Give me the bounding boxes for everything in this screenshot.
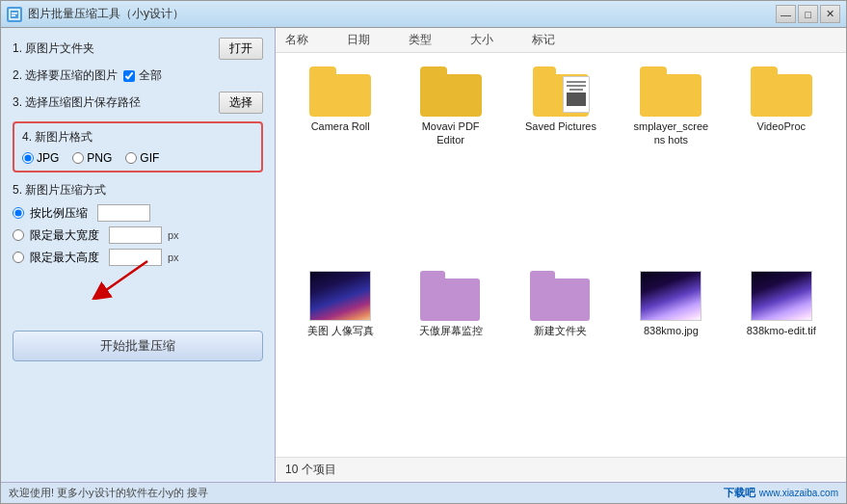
title-bar: 图片批量压缩工具（小y设计） — □ ✕ [1, 1, 846, 28]
list-item[interactable]: Movavi PDF Editor [395, 63, 505, 257]
file-column-headers: 名称 日期 类型 大小 标记 [276, 28, 846, 53]
col-tag: 标记 [532, 32, 555, 48]
maximize-button[interactable]: □ [798, 5, 818, 23]
list-item[interactable]: 新建文件夹 [506, 267, 616, 447]
col-name: 名称 [285, 32, 308, 48]
svg-rect-2 [12, 14, 15, 16]
format-radio-group: JPG PNG GIF [22, 151, 253, 165]
step2-row: 2. 选择要压缩的图片 全部 [13, 67, 263, 84]
select-all-checkbox[interactable] [123, 70, 135, 82]
format-gif-option[interactable]: GIF [125, 151, 159, 165]
compress-option1-row: 按比例压缩 [13, 204, 263, 222]
col-size: 大小 [470, 32, 493, 48]
file-name: 新建文件夹 [534, 324, 587, 337]
format-jpg-label: JPG [37, 151, 59, 165]
format-section: 4. 新图片格式 JPG PNG GIF [13, 121, 263, 172]
item-count: 10 个项目 [285, 463, 336, 476]
folder-icon [309, 66, 371, 117]
start-compress-button[interactable]: 开始批量压缩 [13, 331, 263, 361]
svg-rect-0 [10, 10, 19, 19]
format-gif-label: GIF [140, 151, 159, 165]
list-item[interactable]: smplayer_screens hots [616, 63, 726, 257]
watermark-label: 下载吧 [724, 486, 755, 500]
select-all-label: 全部 [139, 67, 162, 84]
minimize-button[interactable]: — [776, 5, 796, 23]
format-jpg-radio[interactable] [22, 152, 34, 164]
list-item[interactable]: 838kmo.jpg [616, 267, 726, 447]
list-item[interactable]: 838kmo-edit.tif [727, 267, 836, 447]
watermark-url: www.xiazaiba.com [759, 488, 838, 498]
step2-label: 2. 选择要压缩的图片 [13, 67, 118, 84]
col-date: 日期 [347, 32, 370, 48]
step1-row: 1. 原图片文件夹 打开 [13, 38, 263, 60]
compress-width-radio[interactable] [13, 229, 24, 241]
list-item[interactable]: 天傲屏幕监控 [395, 267, 505, 447]
format-png-option[interactable]: PNG [72, 151, 112, 165]
list-item[interactable]: VideoProc [727, 63, 836, 257]
file-name: 天傲屏幕监控 [419, 324, 483, 337]
folder-special-icon [530, 66, 592, 117]
folder-icon [751, 66, 812, 117]
window-controls: — □ ✕ [776, 5, 840, 23]
file-name: Camera Roll [311, 119, 370, 133]
compress-ratio-label: 按比例压缩 [30, 205, 88, 222]
step3-row: 3. 选择压缩图片保存路径 选择 [13, 92, 263, 114]
file-name: 美图 人像写真 [307, 324, 374, 337]
compress-ratio-radio[interactable] [13, 207, 24, 219]
format-png-label: PNG [87, 151, 112, 165]
compress-width-unit: px [168, 229, 179, 241]
folder-icon [420, 271, 482, 321]
left-panel: 1. 原图片文件夹 打开 2. 选择要压缩的图片 全部 3. 选择压缩图片保存路… [1, 28, 276, 482]
step5-label: 5. 新图片压缩方式 [13, 182, 263, 199]
format-gif-radio[interactable] [125, 152, 137, 164]
main-window: 图片批量压缩工具（小y设计） — □ ✕ 1. 原图片文件夹 打开 2. 选择要… [0, 0, 847, 504]
compress-width-label: 限定最大宽度 [30, 227, 99, 244]
close-button[interactable]: ✕ [820, 5, 840, 23]
status-bar: 欢迎使用! 更多小y设计的软件在小y的 搜寻 下载吧 www.xiazaiba.… [1, 482, 846, 503]
list-item[interactable]: 美图 人像写真 [285, 267, 395, 447]
svg-line-4 [99, 261, 147, 295]
folder-icon [640, 66, 701, 117]
step3-label: 3. 选择压缩图片保存路径 [13, 94, 219, 111]
compress-ratio-input[interactable] [97, 204, 150, 222]
app-icon [7, 7, 22, 22]
file-name: Movavi PDF Editor [412, 119, 490, 147]
file-grid: Camera Roll Movavi PDF Editor [276, 53, 846, 457]
right-panel: 名称 日期 类型 大小 标记 Camera Roll [276, 28, 846, 482]
open-folder-button[interactable]: 打开 [219, 38, 263, 60]
format-png-radio[interactable] [72, 152, 84, 164]
svg-rect-1 [12, 13, 17, 14]
select-path-button[interactable]: 选择 [219, 92, 263, 114]
content-area: 1. 原图片文件夹 打开 2. 选择要压缩的图片 全部 3. 选择压缩图片保存路… [1, 28, 846, 482]
file-name: 838kmo.jpg [644, 324, 699, 337]
window-title: 图片批量压缩工具（小y设计） [28, 6, 776, 22]
col-type: 类型 [409, 32, 432, 48]
file-name: VideoProc [757, 119, 807, 133]
image-thumbnail [751, 271, 812, 321]
image-thumbnail [640, 271, 701, 321]
step1-label: 1. 原图片文件夹 [13, 40, 219, 57]
file-footer: 10 个项目 [276, 457, 846, 482]
file-name: 838kmo-edit.tif [747, 324, 816, 337]
compress-height-radio[interactable] [13, 252, 24, 263]
folder-icon [420, 66, 482, 117]
format-jpg-option[interactable]: JPG [22, 151, 59, 165]
list-item[interactable]: Saved Pictures [506, 63, 616, 257]
file-name: smplayer_screens hots [632, 119, 709, 147]
watermark-area: 下载吧 www.xiazaiba.com [724, 486, 838, 500]
image-thumbnail [309, 271, 371, 321]
step4-label: 4. 新图片格式 [22, 129, 253, 146]
annotation-arrow [70, 252, 186, 300]
list-item[interactable]: Camera Roll [285, 63, 395, 257]
file-name: Saved Pictures [525, 119, 596, 133]
compress-option2-row: 限定最大宽度 px [13, 226, 263, 244]
status-text: 欢迎使用! 更多小y设计的软件在小y的 搜寻 [9, 486, 208, 500]
compress-width-input[interactable] [109, 226, 162, 244]
folder-icon [530, 271, 592, 321]
